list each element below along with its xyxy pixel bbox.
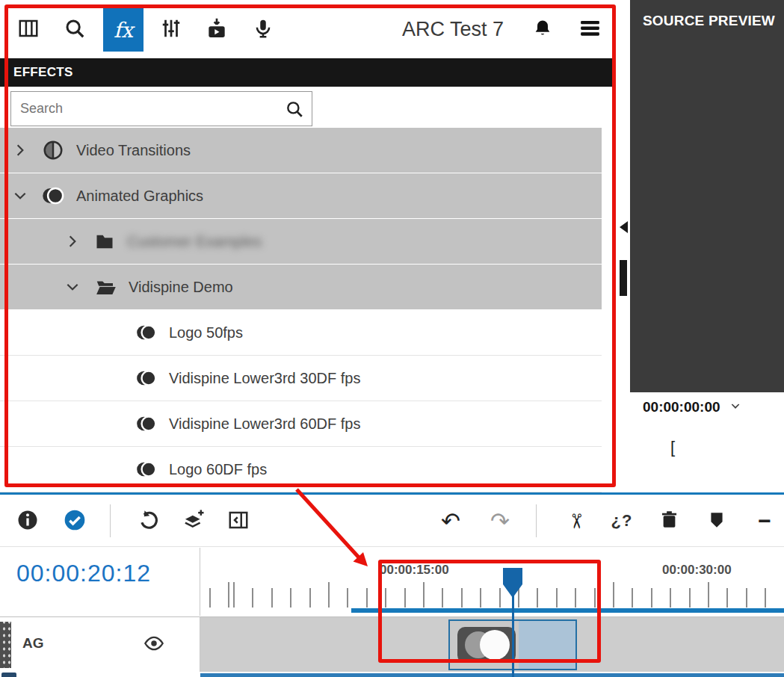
tree-item-logo-60df[interactable]: Logo 60DF fps	[0, 447, 602, 492]
zoom-out-button[interactable]: −	[747, 504, 782, 538]
search-icon	[64, 17, 86, 42]
add-marker-button[interactable]	[700, 504, 734, 538]
minus-icon: −	[758, 510, 771, 532]
thumbnail-circle-white	[480, 630, 510, 660]
effects-panel-header: EFFECTS	[0, 58, 614, 87]
info-icon	[16, 509, 39, 534]
reset-button[interactable]	[132, 504, 166, 538]
chevron-right-icon[interactable]	[10, 143, 30, 158]
track-name: AG	[22, 635, 44, 652]
effects-search-box	[10, 91, 312, 126]
approve-check-button[interactable]	[58, 504, 92, 538]
tree-label: Animated Graphics	[76, 188, 203, 205]
tree-label: Customer Examples	[127, 233, 262, 250]
track-lane[interactable]	[200, 616, 784, 672]
animated-graphics-icon	[136, 322, 157, 343]
playhead-line	[512, 595, 514, 677]
add-layer-button[interactable]	[176, 504, 211, 538]
tree-label: Logo 60DF fps	[169, 461, 267, 478]
chevron-down-icon[interactable]	[63, 279, 82, 294]
current-timecode: 00:00:20:12	[16, 560, 151, 587]
menu-button[interactable]	[572, 10, 607, 48]
tree-label: Vidispine Demo	[129, 279, 233, 296]
rotate-reset-icon	[138, 509, 160, 534]
chevron-right-icon[interactable]	[63, 234, 82, 249]
marker-icon	[707, 510, 726, 532]
toolbar-separator	[536, 504, 537, 537]
tree-row-vidispine-demo[interactable]: Vidispine Demo	[0, 265, 602, 309]
animated-graphics-icon	[136, 413, 157, 434]
folder-closed-icon	[94, 231, 115, 252]
panel-splitter-handle[interactable]	[620, 260, 627, 296]
transition-icon	[42, 139, 64, 161]
timeline-panel: ↶ ↷ ✂ ¿? − 00:00:20:12	[0, 492, 784, 677]
undo-icon: ↶	[441, 510, 460, 533]
scissors-icon: ✂	[566, 513, 586, 530]
chevron-down-icon[interactable]	[729, 399, 741, 415]
panel-collapse-arrow-icon[interactable]	[620, 221, 628, 233]
export-video-button[interactable]	[200, 10, 234, 48]
ruler-label: 00:00:30:00	[662, 563, 732, 578]
tree-item-lower3rd-60df[interactable]: Vidispine Lower3rd 60DF fps	[0, 401, 602, 447]
tree-label: Video Transitions	[76, 142, 191, 159]
top-toolbar: fx ARC Test 7	[0, 0, 630, 58]
microphone-button[interactable]	[246, 10, 280, 48]
timeline-timecode-cell: 00:00:20:12	[0, 548, 200, 616]
ruler-label: 00:00:15:00	[380, 563, 449, 578]
cut-button[interactable]: ✂	[558, 504, 593, 538]
help-button[interactable]: ¿?	[605, 504, 639, 538]
folder-open-icon	[94, 276, 117, 298]
animated-graphics-icon	[136, 459, 157, 480]
effects-tree: Video Transitions Animated Graphics Cust…	[0, 128, 602, 492]
info-button[interactable]	[10, 504, 45, 538]
toggle-panel-icon	[227, 509, 250, 534]
source-preview-video: SOURCE PREVIEW	[630, 0, 784, 392]
notifications-button[interactable]	[525, 10, 560, 48]
trash-icon	[659, 510, 679, 532]
effects-search-input[interactable]	[11, 92, 312, 126]
check-circle-icon	[63, 508, 87, 534]
mark-in-bracket: [	[670, 438, 675, 457]
tree-label: Vidispine Lower3rd 60DF fps	[169, 415, 360, 433]
sequence-range-bar	[351, 608, 784, 613]
project-title: ARC Test 7	[402, 18, 504, 41]
search-icon[interactable]	[285, 99, 304, 122]
search-tool-button[interactable]	[58, 10, 92, 48]
source-preview-panel: SOURCE PREVIEW 00:00:00:00 [	[630, 0, 784, 493]
tree-item-lower3rd-30df[interactable]: Vidispine Lower3rd 30DF fps	[0, 356, 602, 401]
panels-button[interactable]	[11, 10, 46, 48]
tree-label: Logo 50fps	[169, 324, 243, 341]
track-header: AG	[0, 616, 200, 672]
next-track-handle[interactable]	[1, 673, 16, 677]
export-video-icon	[205, 16, 229, 43]
menu-icon	[578, 16, 602, 43]
notifications-bell-icon	[532, 18, 553, 41]
timeline-ruler[interactable]: 00:00:15:00 00:00:30:00	[200, 548, 784, 616]
effects-fx-button[interactable]: fx	[103, 8, 143, 52]
ruler-minor-ticks	[209, 588, 784, 608]
toggle-side-panel-button[interactable]	[221, 504, 256, 538]
tree-label: Vidispine Lower3rd 30DF fps	[169, 370, 360, 387]
track-drag-handle[interactable]	[0, 622, 11, 668]
fx-effects-icon: fx	[114, 18, 133, 43]
panels-icon	[17, 17, 40, 42]
track-visibility-button[interactable]	[141, 632, 167, 656]
add-layer-icon	[182, 508, 206, 534]
tree-row-video-transitions[interactable]: Video Transitions	[0, 128, 602, 173]
timeline-toolbar: ↶ ↷ ✂ ¿? −	[0, 495, 784, 547]
source-preview-timecode[interactable]: 00:00:00:00	[643, 399, 741, 415]
tree-row-customer-examples[interactable]: Customer Examples	[0, 219, 602, 264]
undo-button[interactable]: ↶	[433, 504, 468, 538]
redo-button[interactable]: ↷	[483, 504, 517, 538]
chevron-down-icon[interactable]	[10, 188, 30, 203]
app-window: fx ARC Test 7 EFFECTS Video Transitions	[0, 0, 784, 677]
redo-icon: ↷	[490, 510, 510, 533]
next-track-clip-edge	[200, 673, 784, 677]
delete-button[interactable]	[652, 504, 686, 538]
tree-row-animated-graphics[interactable]: Animated Graphics	[0, 173, 602, 218]
eye-icon	[143, 633, 164, 656]
help-icon: ¿?	[611, 513, 633, 529]
tree-item-logo-50fps[interactable]: Logo 50fps	[0, 310, 602, 356]
toolbar-separator	[110, 504, 111, 537]
adjust-sliders-button[interactable]	[154, 10, 188, 48]
